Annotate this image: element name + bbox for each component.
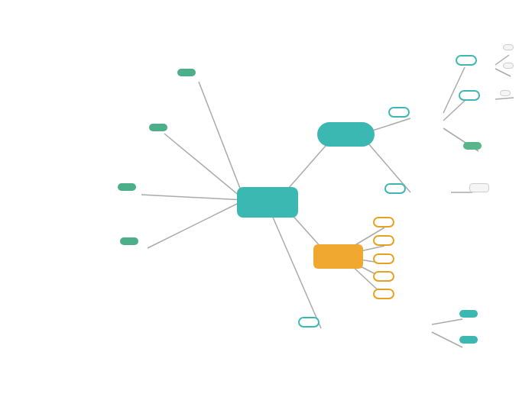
concrete-node <box>120 237 138 245</box>
svg-line-22 <box>432 332 462 347</box>
proper-node <box>313 244 363 269</box>
svg-line-20 <box>271 214 321 328</box>
singular-node <box>456 55 477 66</box>
svg-line-21 <box>432 319 462 324</box>
countable-node <box>388 107 410 118</box>
name-things-node <box>373 253 394 264</box>
abstract-node <box>118 183 136 191</box>
milk-node <box>469 183 489 192</box>
name-place-node <box>373 235 394 246</box>
noun-center-node <box>237 187 298 218</box>
svg-line-11 <box>495 98 514 99</box>
subject-node <box>459 310 478 318</box>
svg-line-1 <box>164 134 245 200</box>
svg-line-7 <box>443 99 466 121</box>
uncountable-node <box>384 183 406 194</box>
five-umb-node <box>500 90 511 96</box>
language-node <box>373 271 394 282</box>
svg-line-2 <box>141 195 245 200</box>
common-node <box>317 122 375 147</box>
compound-node <box>149 124 167 131</box>
plural-node <box>459 90 480 101</box>
svg-line-10 <box>495 69 511 76</box>
an-node <box>503 63 514 69</box>
collective-node <box>177 69 196 76</box>
svg-line-0 <box>199 82 245 200</box>
a-an-node <box>503 44 514 50</box>
syntactic-node <box>298 317 320 328</box>
svg-line-3 <box>148 200 245 248</box>
name-people-node <box>373 217 394 228</box>
exceptions-node <box>463 142 482 150</box>
object-node <box>459 336 478 344</box>
name-ideas-node <box>373 289 394 299</box>
